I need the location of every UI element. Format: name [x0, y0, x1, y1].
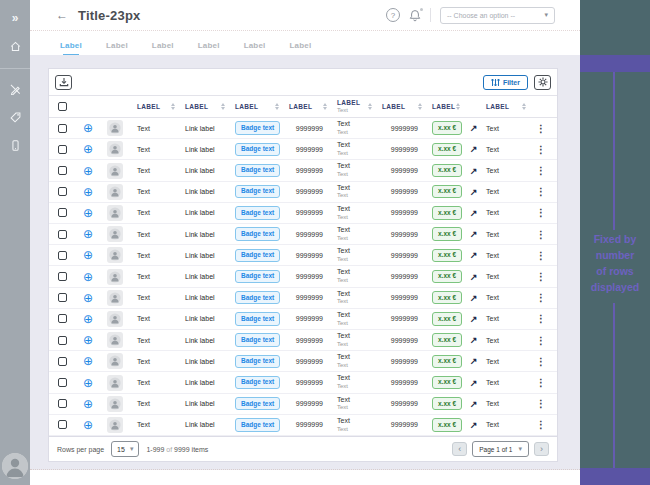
column-header-6[interactable]: LABEL	[376, 103, 426, 111]
settings-button[interactable]	[534, 75, 551, 90]
back-button[interactable]: ←	[56, 8, 68, 22]
open-link-icon[interactable]: ↗	[470, 293, 478, 303]
row-menu-icon[interactable]: ⋮	[536, 271, 546, 282]
prev-page-button[interactable]: ‹	[452, 442, 467, 456]
row-checkbox[interactable]	[58, 399, 67, 408]
expand-plus-icon[interactable]: ⊕	[83, 292, 93, 304]
row-menu-icon[interactable]: ⋮	[536, 398, 546, 409]
download-button[interactable]	[55, 75, 72, 90]
column-header-4[interactable]: LABEL	[283, 103, 331, 111]
tab-4[interactable]: Label	[186, 41, 232, 56]
expand-plus-icon[interactable]: ⊕	[83, 398, 93, 410]
row-checkbox[interactable]	[58, 336, 67, 345]
sort-icon[interactable]	[456, 103, 460, 111]
sort-icon[interactable]	[275, 103, 279, 111]
row-checkbox[interactable]	[58, 166, 67, 175]
sort-icon[interactable]	[522, 103, 526, 111]
expand-plus-icon[interactable]: ⊕	[83, 271, 93, 283]
column-header-5[interactable]: LABELText	[331, 99, 376, 114]
expand-plus-icon[interactable]: ⊕	[83, 228, 93, 240]
cell-link[interactable]: Link label	[185, 358, 215, 365]
cell-link[interactable]: Link label	[185, 146, 215, 153]
open-link-icon[interactable]: ↗	[470, 335, 478, 345]
row-checkbox[interactable]	[58, 357, 67, 366]
cell-link[interactable]: Link label	[185, 400, 215, 407]
expand-plus-icon[interactable]: ⊕	[83, 165, 93, 177]
open-link-icon[interactable]: ↗	[470, 420, 478, 430]
sort-icon[interactable]	[323, 103, 327, 111]
rows-per-page-select[interactable]: 15 ▾	[111, 441, 139, 457]
expand-plus-icon[interactable]: ⊕	[83, 122, 93, 134]
open-link-icon[interactable]: ↗	[470, 229, 478, 239]
expand-plus-icon[interactable]: ⊕	[83, 377, 93, 389]
open-link-icon[interactable]: ↗	[470, 123, 478, 133]
expand-plus-icon[interactable]: ⊕	[83, 419, 93, 431]
row-menu-icon[interactable]: ⋮	[536, 144, 546, 155]
sidebar-item-home[interactable]	[0, 36, 30, 56]
cell-link[interactable]: Link label	[185, 421, 215, 428]
tab-1[interactable]: Label	[48, 41, 94, 56]
row-menu-icon[interactable]: ⋮	[536, 313, 546, 324]
row-menu-icon[interactable]: ⋮	[536, 292, 546, 303]
notifications-bell-icon[interactable]	[409, 9, 421, 22]
page-select[interactable]: Page 1 of 1 ▾	[472, 441, 529, 457]
sort-icon[interactable]	[368, 103, 372, 111]
tab-6[interactable]: Label	[278, 41, 324, 56]
row-checkbox[interactable]	[58, 420, 67, 429]
column-header-7[interactable]: LABEL	[426, 103, 464, 111]
cell-link[interactable]: Link label	[185, 337, 215, 344]
sidebar-item-tags[interactable]	[0, 107, 30, 127]
row-checkbox[interactable]	[58, 230, 67, 239]
sidebar-item-device[interactable]	[0, 135, 30, 155]
user-avatar[interactable]	[2, 453, 28, 479]
row-checkbox[interactable]	[58, 378, 67, 387]
next-page-button[interactable]: ›	[534, 442, 549, 456]
cell-link[interactable]: Link label	[185, 294, 215, 301]
cell-link[interactable]: Link label	[185, 379, 215, 386]
tab-5[interactable]: Label	[232, 41, 278, 56]
sidebar-item-compose[interactable]	[0, 79, 30, 99]
cell-link[interactable]: Link label	[185, 231, 215, 238]
row-menu-icon[interactable]: ⋮	[536, 229, 546, 240]
row-menu-icon[interactable]: ⋮	[536, 165, 546, 176]
open-link-icon[interactable]: ↗	[470, 250, 478, 260]
cell-link[interactable]: Link label	[185, 252, 215, 259]
select-all-checkbox[interactable]	[58, 102, 67, 111]
row-checkbox[interactable]	[58, 314, 67, 323]
row-checkbox[interactable]	[58, 124, 67, 133]
row-checkbox[interactable]	[58, 272, 67, 281]
column-header-8[interactable]: LABEL	[480, 103, 530, 111]
cell-link[interactable]: Link label	[185, 273, 215, 280]
row-checkbox[interactable]	[58, 187, 67, 196]
filter-button[interactable]: Filter	[483, 75, 528, 90]
open-link-icon[interactable]: ↗	[470, 187, 478, 197]
row-menu-icon[interactable]: ⋮	[536, 186, 546, 197]
expand-plus-icon[interactable]: ⊕	[83, 207, 93, 219]
cell-link[interactable]: Link label	[185, 315, 215, 322]
expand-plus-icon[interactable]: ⊕	[83, 143, 93, 155]
column-header-2[interactable]: LABEL	[179, 103, 229, 111]
open-link-icon[interactable]: ↗	[470, 314, 478, 324]
row-menu-icon[interactable]: ⋮	[536, 377, 546, 388]
tab-2[interactable]: Label	[94, 41, 140, 56]
sidebar-collapse-button[interactable]: »	[0, 8, 30, 28]
open-link-icon[interactable]: ↗	[470, 208, 478, 218]
expand-plus-icon[interactable]: ⊕	[83, 249, 93, 261]
header-option-select[interactable]: -- Choose an option -- ▾	[440, 7, 555, 24]
column-header-3[interactable]: LABEL	[229, 103, 283, 111]
sort-icon[interactable]	[418, 103, 422, 111]
open-link-icon[interactable]: ↗	[470, 166, 478, 176]
row-checkbox[interactable]	[58, 208, 67, 217]
row-menu-icon[interactable]: ⋮	[536, 207, 546, 218]
open-link-icon[interactable]: ↗	[470, 378, 478, 388]
row-menu-icon[interactable]: ⋮	[536, 419, 546, 430]
row-checkbox[interactable]	[58, 293, 67, 302]
sort-icon[interactable]	[171, 103, 175, 111]
sort-icon[interactable]	[221, 103, 225, 111]
open-link-icon[interactable]: ↗	[470, 399, 478, 409]
help-icon[interactable]: ?	[386, 8, 400, 22]
open-link-icon[interactable]: ↗	[470, 144, 478, 154]
cell-link[interactable]: Link label	[185, 188, 215, 195]
column-header-1[interactable]: LABEL	[131, 103, 179, 111]
row-menu-icon[interactable]: ⋮	[536, 356, 546, 367]
